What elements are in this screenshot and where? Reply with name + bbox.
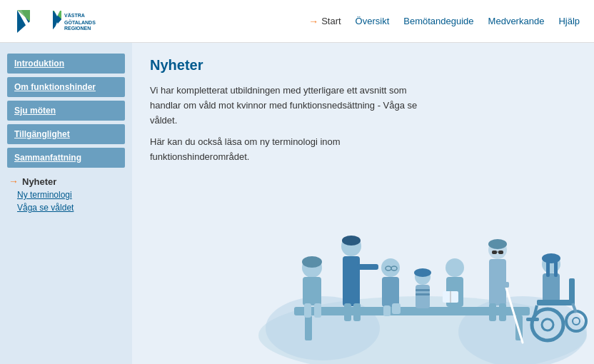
svg-rect-32 bbox=[392, 303, 401, 314]
main-nav: → Start Översikt Bemötandeguide Medverka… bbox=[308, 16, 580, 27]
svg-rect-16 bbox=[305, 315, 312, 340]
svg-rect-37 bbox=[416, 285, 430, 308]
svg-point-54 bbox=[488, 239, 507, 249]
svg-rect-46 bbox=[489, 259, 506, 305]
svg-rect-48 bbox=[498, 251, 503, 254]
sidebar-current-label: Nyheter bbox=[22, 176, 56, 187]
svg-rect-60 bbox=[537, 300, 573, 305]
svg-rect-47 bbox=[492, 251, 497, 254]
sidebar: Introduktion Om funktionshinder Sju möte… bbox=[0, 43, 132, 364]
current-arrow-icon: → bbox=[9, 176, 19, 187]
nav-hjalp[interactable]: Hjälp bbox=[558, 16, 580, 26]
svg-rect-30 bbox=[382, 277, 399, 307]
svg-rect-39 bbox=[416, 289, 430, 291]
svg-point-41 bbox=[446, 258, 464, 277]
svg-rect-27 bbox=[357, 264, 378, 270]
sidebar-btn-tillganglighet[interactable]: Tillgänglighet bbox=[7, 124, 125, 144]
svg-point-38 bbox=[414, 268, 431, 277]
svg-rect-56 bbox=[543, 273, 560, 302]
svg-rect-19 bbox=[303, 277, 321, 305]
svg-rect-53 bbox=[499, 303, 506, 321]
sidebar-sublink-vaga-se-valdet[interactable]: Våga se våldet bbox=[7, 201, 125, 214]
main-content: Introduktion Om funktionshinder Sju möte… bbox=[0, 43, 594, 364]
content-paragraph-1: Vi har kompletterat utbildningen med ytt… bbox=[150, 84, 421, 128]
svg-point-57 bbox=[542, 253, 560, 263]
nav-start[interactable]: → Start bbox=[308, 16, 341, 27]
nav-medverkande[interactable]: Medverkande bbox=[488, 16, 545, 26]
content-body: Vi har kompletterat utbildningen med ytt… bbox=[150, 84, 421, 165]
svg-rect-25 bbox=[344, 303, 351, 321]
svg-rect-67 bbox=[526, 318, 539, 321]
svg-text:REGIONEN: REGIONEN bbox=[64, 26, 91, 31]
svg-rect-21 bbox=[314, 303, 321, 318]
nav-oversikt[interactable]: Översikt bbox=[356, 16, 390, 26]
sidebar-btn-sju-moten[interactable]: Sju möten bbox=[7, 101, 125, 121]
svg-rect-51 bbox=[503, 282, 509, 288]
sidebar-btn-introduktion[interactable]: Introduktion bbox=[7, 54, 125, 74]
content-area: Nyheter Vi har kompletterat utbildningen… bbox=[132, 43, 594, 364]
sidebar-btn-sammanfattning[interactable]: Sammanfattning bbox=[7, 148, 125, 168]
nav-start-label[interactable]: Start bbox=[321, 16, 341, 26]
logo-text: VÄSTRA GÖTALANDS REGIONEN bbox=[51, 9, 116, 33]
sidebar-sublink-ny-terminologi[interactable]: Ny terminologi bbox=[7, 188, 125, 201]
content-paragraph-2: Här kan du också läsa om ny terminologi … bbox=[150, 135, 421, 165]
svg-rect-24 bbox=[343, 256, 360, 306]
start-arrow-icon: → bbox=[308, 16, 318, 27]
vgr-logo-icon bbox=[14, 6, 46, 37]
svg-text:VÄSTRA: VÄSTRA bbox=[64, 13, 85, 18]
sidebar-current-item: → Nyheter bbox=[7, 171, 125, 188]
sidebar-btn-om-funktionshinder[interactable]: Om funktionshinder bbox=[7, 77, 125, 97]
svg-rect-20 bbox=[304, 303, 311, 318]
illustration bbox=[251, 193, 594, 364]
svg-point-22 bbox=[302, 256, 322, 268]
svg-point-13 bbox=[266, 296, 380, 360]
svg-rect-52 bbox=[489, 303, 496, 321]
people-illustration-svg bbox=[251, 193, 594, 364]
svg-rect-61 bbox=[569, 278, 575, 305]
svg-text:GÖTALANDS: GÖTALANDS bbox=[64, 19, 96, 25]
svg-rect-31 bbox=[383, 305, 391, 316]
svg-point-28 bbox=[342, 236, 361, 246]
header: VÄSTRA GÖTALANDS REGIONEN → Start Översi… bbox=[0, 0, 594, 43]
svg-rect-58 bbox=[546, 259, 550, 277]
svg-rect-40 bbox=[416, 293, 430, 295]
page-title: Nyheter bbox=[150, 57, 576, 74]
svg-rect-26 bbox=[353, 303, 361, 321]
nav-bemotandeguide[interactable]: Bemötandeguide bbox=[403, 16, 473, 26]
svg-rect-59 bbox=[554, 259, 558, 277]
logo: VÄSTRA GÖTALANDS REGIONEN bbox=[14, 6, 116, 37]
